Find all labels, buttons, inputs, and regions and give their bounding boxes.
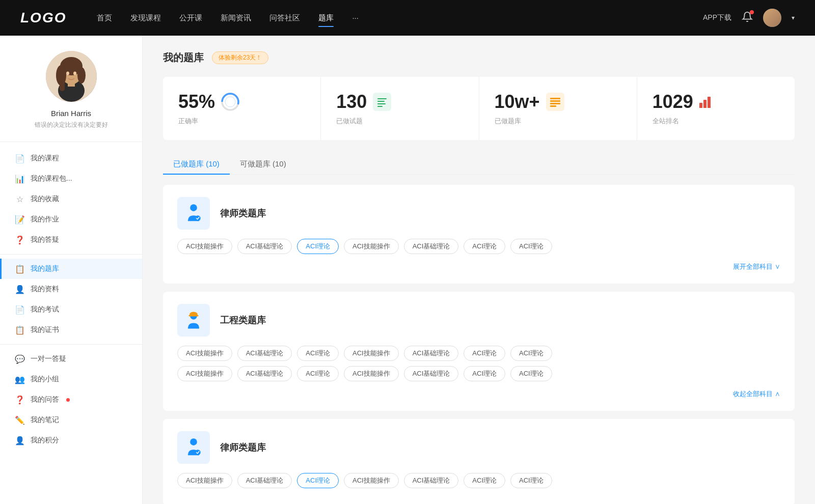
notification-bell[interactable] bbox=[742, 11, 753, 24]
engineer-svg bbox=[182, 309, 205, 331]
stat-label-banks: 已做题库 bbox=[495, 117, 621, 126]
tag[interactable]: ACI理论 bbox=[510, 346, 552, 361]
trial-badge: 体验剩余23天！ bbox=[212, 51, 268, 64]
tag[interactable]: ACI技能操作 bbox=[177, 366, 232, 381]
sidebar-item-homework[interactable]: 📝 我的作业 bbox=[0, 209, 142, 230]
app-download-link[interactable]: APP下载 bbox=[703, 13, 731, 22]
nav-qa[interactable]: 问答社区 bbox=[269, 11, 300, 25]
tag[interactable]: ACI理论 bbox=[297, 346, 339, 361]
homework-icon: 📝 bbox=[15, 215, 24, 224]
avatar[interactable] bbox=[763, 9, 781, 27]
topic-card-2: 工程类题库 ACI技能操作 ACI基础理论 ACI理论 ACI技能操作 ACI基… bbox=[163, 292, 795, 411]
svg-rect-14 bbox=[377, 98, 387, 99]
svg-rect-20 bbox=[550, 100, 560, 102]
main-content: 我的题库 体验剩余23天！ 55% 正确率 130 bbox=[143, 36, 815, 504]
tag[interactable]: ACI理论 bbox=[510, 366, 552, 381]
topic-header: 律师类题库 bbox=[177, 431, 780, 464]
nav-quiz[interactable]: 题库 bbox=[318, 11, 334, 25]
stat-accuracy: 55% 正确率 bbox=[163, 77, 321, 140]
sidebar-item-label: 我的笔记 bbox=[31, 415, 59, 425]
tab-done-banks[interactable]: 已做题库 (10) bbox=[163, 154, 230, 174]
rank-bar-icon bbox=[699, 96, 711, 108]
tag[interactable]: ACI理论 bbox=[464, 366, 505, 381]
sidebar-item-group[interactable]: 👥 我的小组 bbox=[0, 369, 142, 389]
svg-point-27 bbox=[190, 438, 197, 445]
tag[interactable]: ACI技能操作 bbox=[177, 346, 232, 361]
sidebar-item-exam[interactable]: 📄 我的考试 bbox=[0, 299, 142, 320]
nav-right: APP下载 ▾ bbox=[703, 9, 795, 27]
sidebar-item-course-package[interactable]: 📊 我的课程包... bbox=[0, 169, 142, 189]
tag[interactable]: ACI理论 bbox=[510, 473, 552, 488]
menu-divider bbox=[0, 254, 142, 255]
tag[interactable]: ACI理论 bbox=[297, 366, 339, 381]
tag[interactable]: ACI基础理论 bbox=[237, 366, 292, 381]
tag[interactable]: ACI技能操作 bbox=[344, 239, 399, 254]
navbar: LOGO 首页 发现课程 公开课 新闻资讯 问答社区 题库 ··· APP下载 … bbox=[0, 0, 815, 36]
nav-open-course[interactable]: 公开课 bbox=[179, 11, 202, 25]
sidebar-item-favorites[interactable]: ☆ 我的收藏 bbox=[0, 189, 142, 209]
tag[interactable]: ACI基础理论 bbox=[404, 239, 459, 254]
sidebar-item-quiz-bank[interactable]: 📋 我的题库 bbox=[0, 259, 142, 279]
nav-news[interactable]: 新闻资讯 bbox=[221, 11, 251, 25]
tag[interactable]: ACI理论 bbox=[464, 473, 505, 488]
sidebar-item-certificate[interactable]: 📋 我的证书 bbox=[0, 320, 142, 340]
tag[interactable]: ACI基础理论 bbox=[237, 473, 292, 488]
sidebar-profile: Brian Harris 错误的决定比没有决定要好 bbox=[0, 51, 142, 142]
sidebar-item-label: 我的积分 bbox=[31, 436, 59, 445]
courses-icon: 📄 bbox=[15, 154, 24, 163]
svg-rect-15 bbox=[377, 101, 385, 102]
sidebar-item-qa[interactable]: ❓ 我的答疑 bbox=[0, 230, 142, 250]
tag[interactable]: ACI技能操作 bbox=[344, 473, 399, 488]
tag[interactable]: ACI技能操作 bbox=[344, 346, 399, 361]
page-header: 我的题库 体验剩余23天！ bbox=[163, 51, 795, 65]
tags-row-2b: ACI技能操作 ACI基础理论 ACI理论 ACI技能操作 ACI基础理论 AC… bbox=[177, 366, 780, 381]
tag[interactable]: ACI基础理论 bbox=[404, 366, 459, 381]
tag[interactable]: ACI基础理论 bbox=[237, 239, 292, 254]
stat-rank: 1029 全站排名 bbox=[637, 77, 795, 140]
stat-top: 130 bbox=[336, 91, 463, 113]
group-icon: 👥 bbox=[15, 375, 24, 384]
expand-link-1[interactable]: 展开全部科目 ∨ bbox=[177, 259, 780, 271]
sidebar-item-questions[interactable]: ❓ 我的问答 bbox=[0, 389, 142, 410]
tag[interactable]: ACI技能操作 bbox=[177, 473, 232, 488]
svg-point-6 bbox=[77, 67, 86, 83]
sidebar-item-points[interactable]: 👤 我的积分 bbox=[0, 430, 142, 451]
sidebar-item-label: 一对一答疑 bbox=[31, 354, 66, 363]
tag[interactable]: ACI理论 bbox=[510, 239, 552, 254]
sidebar-item-courses[interactable]: 📄 我的课程 bbox=[0, 148, 142, 169]
lawyer-svg-2 bbox=[182, 436, 205, 459]
one-on-one-icon: 💬 bbox=[15, 354, 24, 363]
sidebar-item-one-on-one[interactable]: 💬 一对一答疑 bbox=[0, 349, 142, 369]
stat-label-rank: 全站排名 bbox=[653, 117, 779, 126]
tag[interactable]: ACI基础理论 bbox=[404, 346, 459, 361]
sidebar-item-notes[interactable]: ✏️ 我的笔记 bbox=[0, 410, 142, 430]
chevron-down-icon[interactable]: ▾ bbox=[792, 14, 795, 21]
svg-point-28 bbox=[195, 450, 201, 455]
svg-rect-16 bbox=[377, 103, 386, 104]
user-motto: 错误的决定比没有决定要好 bbox=[35, 121, 108, 129]
tag[interactable]: ACI理论 bbox=[464, 346, 505, 361]
tag[interactable]: ACI技能操作 bbox=[177, 239, 232, 254]
topic-header: 律师类题库 bbox=[177, 197, 780, 230]
tag[interactable]: ACI技能操作 bbox=[344, 366, 399, 381]
stat-label-done: 已做试题 bbox=[336, 117, 463, 126]
sidebar-item-materials[interactable]: 👤 我的资料 bbox=[0, 279, 142, 299]
nav-discover[interactable]: 发现课程 bbox=[130, 11, 161, 25]
tag[interactable]: ACI基础理论 bbox=[404, 473, 459, 488]
svg-point-8 bbox=[73, 72, 76, 75]
tag[interactable]: ACI理论 bbox=[464, 239, 505, 254]
tags-row-1: ACI技能操作 ACI基础理论 ACI理论 ACI技能操作 ACI基础理论 AC… bbox=[177, 239, 780, 254]
tag[interactable]: ACI基础理论 bbox=[237, 346, 292, 361]
page-title: 我的题库 bbox=[163, 51, 204, 65]
tag-active[interactable]: ACI理论 bbox=[297, 473, 339, 488]
tab-available-banks[interactable]: 可做题库 (10) bbox=[230, 154, 296, 174]
menu-divider-2 bbox=[0, 344, 142, 345]
collapse-link-2[interactable]: 收起全部科目 ∧ bbox=[177, 386, 780, 399]
sidebar-item-label: 我的答疑 bbox=[31, 235, 59, 244]
tag-active[interactable]: ACI理论 bbox=[297, 239, 339, 254]
svg-rect-21 bbox=[550, 103, 560, 104]
svg-rect-26 bbox=[188, 315, 198, 317]
nav-home[interactable]: 首页 bbox=[97, 11, 112, 25]
nav-more[interactable]: ··· bbox=[352, 11, 359, 25]
svg-point-12 bbox=[225, 97, 235, 107]
